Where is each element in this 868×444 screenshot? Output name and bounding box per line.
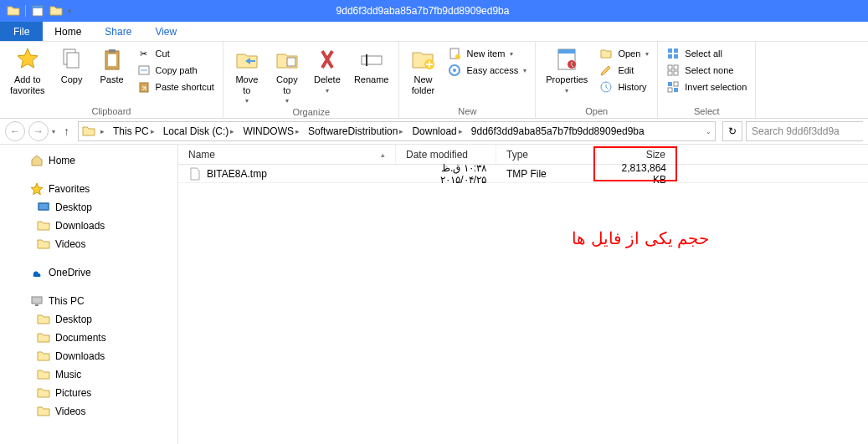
svg-rect-31	[674, 88, 678, 92]
nav-favorites[interactable]: Favorites	[0, 180, 177, 198]
delete-icon	[314, 46, 341, 73]
file-name: BITAE8A.tmp	[207, 168, 267, 180]
nav-pc-downloads[interactable]: Downloads	[0, 347, 177, 365]
nav-pc-videos[interactable]: Videos	[0, 402, 177, 421]
new-folder-qat-icon[interactable]	[49, 4, 63, 18]
edit-button[interactable]: Edit	[596, 63, 652, 78]
breadcrumb-item[interactable]: 9dd6f3dd9aba85a7b7fb9dd8909ed9ba	[468, 125, 648, 137]
annotation-text: حجم یکی از فایل ها	[572, 228, 709, 248]
select-all-icon	[666, 47, 680, 60]
paste-icon	[99, 46, 126, 73]
select-all-button[interactable]: Select all	[663, 46, 750, 61]
tab-view[interactable]: View	[143, 22, 188, 41]
new-folder-button[interactable]: New folder	[404, 44, 441, 97]
folder-icon	[37, 405, 50, 418]
open-button[interactable]: Open ▾	[596, 46, 652, 61]
folder-icon	[37, 237, 50, 251]
move-to-button[interactable]: Move to ▾	[229, 44, 265, 106]
qat-dropdown-icon[interactable]: ▾	[68, 8, 71, 15]
svg-rect-5	[109, 49, 116, 53]
properties-icon	[553, 46, 580, 73]
tab-file[interactable]: File	[0, 22, 43, 41]
nav-pc-music[interactable]: Music	[0, 365, 177, 384]
tab-share[interactable]: Share	[93, 22, 143, 41]
breadcrumb-item[interactable]: SoftwareDistribution ▸	[305, 125, 407, 137]
easy-access-icon	[448, 64, 461, 77]
svg-rect-29	[674, 82, 678, 86]
address-dropdown-icon[interactable]: ⌄	[706, 128, 711, 135]
paste-shortcut-button[interactable]: Paste shortcut	[134, 79, 218, 94]
history-button[interactable]: History	[596, 79, 652, 94]
open-group-label: Open	[541, 105, 652, 118]
paste-shortcut-icon	[137, 80, 151, 94]
tab-home[interactable]: Home	[43, 22, 93, 41]
invert-selection-button[interactable]: Invert selection	[663, 79, 750, 94]
svg-rect-9	[287, 58, 295, 66]
invert-selection-icon	[666, 80, 680, 94]
select-none-button[interactable]: Select none	[663, 63, 750, 78]
copy-to-button[interactable]: Copy to ▾	[269, 44, 306, 106]
chevron-down-icon: ▾	[523, 67, 526, 74]
select-none-icon	[666, 64, 680, 77]
nav-pc-documents[interactable]: Documents	[0, 329, 177, 347]
edit-icon	[599, 64, 613, 77]
breadcrumb-item[interactable]: Local Disk (C:) ▸	[160, 125, 239, 137]
file-date: ۱۰:۳۸ ق.ظ ۲۰۱۵/۰۴/۲۵	[396, 162, 496, 186]
nav-fav-videos[interactable]: Videos	[0, 235, 177, 253]
svg-point-15	[453, 69, 456, 72]
nav-fav-desktop[interactable]: Desktop	[0, 198, 177, 217]
nav-thispc[interactable]: This PC	[0, 292, 177, 310]
chevron-down-icon: ▾	[285, 97, 289, 105]
move-to-icon	[234, 46, 260, 73]
folder-icon	[7, 4, 20, 18]
chevron-down-icon: ▾	[326, 87, 329, 94]
file-row[interactable]: BITAE8A.tmp ۱۰:۳۸ ق.ظ ۲۰۱۵/۰۴/۲۵ TMP Fil…	[178, 165, 868, 183]
easy-access-button[interactable]: Easy access ▾	[444, 63, 530, 78]
rename-button[interactable]: Rename	[349, 44, 394, 87]
window-title: 9dd6f3dd9aba85a7b7fb9dd8909ed9ba	[78, 5, 768, 17]
nav-pc-desktop[interactable]: Desktop	[0, 310, 177, 329]
properties-qat-icon[interactable]	[31, 4, 44, 18]
breadcrumb-item[interactable]: This PC ▸	[110, 125, 158, 137]
nav-fav-downloads[interactable]: Downloads	[0, 217, 177, 235]
copy-path-button[interactable]: Copy path	[134, 63, 218, 78]
paste-button[interactable]: Paste	[94, 44, 131, 87]
svg-rect-28	[668, 82, 672, 86]
breadcrumb-item[interactable]: Download ▸	[408, 125, 465, 137]
new-item-button[interactable]: New item ▾	[444, 46, 530, 61]
nav-forward-button[interactable]: →	[28, 121, 49, 141]
nav-pc-pictures[interactable]: Pictures	[0, 384, 177, 402]
copy-button[interactable]: Copy	[54, 44, 90, 87]
svg-rect-10	[362, 56, 382, 64]
nav-home[interactable]: Home	[0, 151, 177, 170]
onedrive-icon	[30, 266, 44, 279]
address-bar[interactable]: ▸ This PC ▸ Local Disk (C:) ▸ WINDOWS ▸ …	[78, 121, 716, 141]
cut-button[interactable]: ✂Cut	[134, 46, 218, 61]
column-header-name[interactable]: Name▴	[178, 145, 396, 164]
new-item-icon	[448, 47, 461, 60]
breadcrumb-item[interactable]: WINDOWS ▸	[239, 125, 303, 137]
svg-rect-32	[39, 203, 49, 210]
breadcrumb-chevron[interactable]: ▸	[97, 127, 108, 135]
svg-rect-3	[67, 53, 79, 68]
nav-up-button[interactable]: ↑	[59, 125, 74, 138]
add-to-favorites-button[interactable]: Add to favorites	[5, 44, 50, 97]
refresh-button[interactable]: ↻	[722, 121, 742, 141]
copy-icon	[59, 46, 85, 73]
nav-history-dropdown[interactable]: ▾	[52, 128, 55, 135]
folder-icon	[82, 125, 95, 138]
star-icon	[30, 182, 44, 196]
file-icon	[188, 167, 202, 181]
navigation-pane[interactable]: Home Favorites Desktop Downloads Videos …	[0, 145, 178, 444]
svg-rect-21	[674, 48, 678, 53]
svg-rect-24	[668, 65, 672, 69]
properties-button[interactable]: Properties ▾	[541, 44, 593, 96]
nav-back-button[interactable]: ←	[5, 121, 25, 141]
size-highlight-box	[593, 146, 677, 181]
column-header-type[interactable]: Type	[496, 145, 597, 164]
chevron-down-icon: ▾	[245, 97, 249, 105]
delete-button[interactable]: Delete ▾	[309, 44, 346, 96]
nav-onedrive[interactable]: OneDrive	[0, 263, 177, 282]
svg-rect-27	[674, 71, 678, 75]
search-input[interactable]: Search 9dd6f3dd9a	[746, 121, 863, 141]
